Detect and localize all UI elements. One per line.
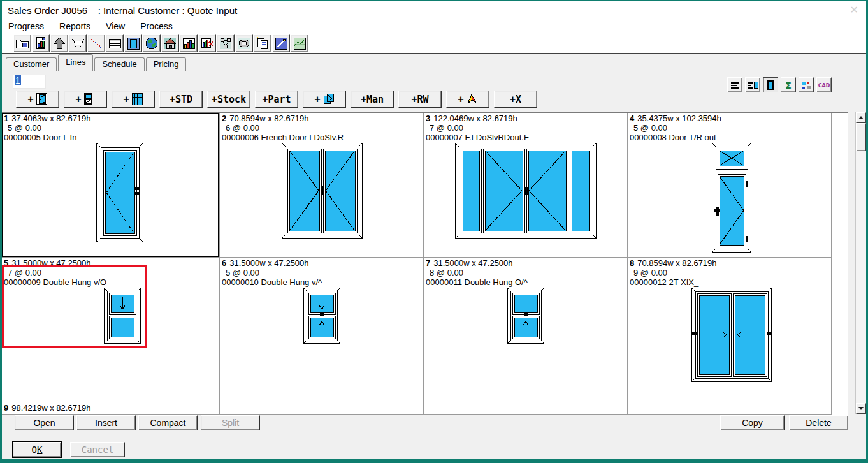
vertical-scrollbar[interactable] bbox=[855, 112, 866, 414]
line-cell-1[interactable]: 137.4063w x 82.6719h5 @ 0.0000000005 Doo… bbox=[2, 113, 220, 258]
empty-cell bbox=[220, 402, 424, 415]
scroll-down-button[interactable] bbox=[856, 403, 866, 414]
quote-input-window: Sales Order J0056 : Internal Customer : … bbox=[2, 1, 866, 459]
tab-lines[interactable]: Lines bbox=[58, 54, 93, 71]
svg-text:Σ: Σ bbox=[785, 80, 792, 91]
open-button[interactable]: Open bbox=[15, 415, 74, 430]
line-description: 00000006 French Door LDoSlv.R bbox=[222, 133, 344, 142]
grid-window-icon bbox=[132, 93, 143, 105]
add-man-button[interactable]: +Man bbox=[351, 91, 394, 108]
add-part-button[interactable]: +Part bbox=[255, 91, 298, 108]
desktop: { "window": { "title": "Sales Order J005… bbox=[0, 0, 868, 463]
close-icon[interactable]: ✕ bbox=[850, 4, 858, 16]
line-cell-6[interactable]: 631.5000w x 47.2500h5 @ 0.0000000010 Dou… bbox=[220, 258, 424, 402]
add-std-button[interactable]: +STD bbox=[159, 91, 203, 108]
tab-pricing[interactable]: Pricing bbox=[146, 57, 187, 71]
menu-item-process[interactable]: Process bbox=[140, 21, 173, 31]
line-number: 4 bbox=[630, 114, 634, 123]
tab-customer[interactable]: Customer bbox=[6, 57, 57, 71]
line-number: 3 bbox=[426, 114, 430, 123]
toolbar-button-report-chart[interactable] bbox=[32, 34, 50, 52]
toolbar-button-house[interactable] bbox=[161, 34, 179, 52]
toolbar-button-window-preview[interactable] bbox=[124, 34, 142, 52]
copy-button[interactable]: Copy bbox=[720, 415, 785, 430]
up-arrow-icon bbox=[858, 116, 864, 119]
toolbar-button-globe[interactable] bbox=[143, 34, 161, 52]
report-chart-icon bbox=[33, 36, 48, 51]
line-dimensions: 70.8594w x 82.6719h bbox=[229, 114, 308, 123]
insert-button[interactable]: Insert bbox=[76, 415, 136, 430]
toolbar-button-chart-edit[interactable] bbox=[198, 34, 216, 52]
add-rw-button[interactable]: +RW bbox=[398, 91, 442, 108]
toolbar-button-glass-chart[interactable] bbox=[291, 34, 308, 52]
menu-item-progress[interactable]: Progress bbox=[8, 21, 44, 31]
menu-item-view[interactable]: View bbox=[106, 21, 125, 31]
view-cad-text-button[interactable]: CAD bbox=[816, 77, 832, 92]
svg-text:CAD: CAD bbox=[818, 83, 830, 89]
toolbar-button-data-table[interactable] bbox=[106, 34, 124, 52]
view-list-with-thumbnail-button[interactable] bbox=[745, 77, 760, 92]
line-dimensions: 98.4219w x 82.6719h bbox=[11, 403, 90, 413]
scroll-up-button[interactable] bbox=[856, 112, 866, 123]
toolbar-button-network[interactable] bbox=[217, 34, 235, 52]
slider-xo-drawing bbox=[691, 288, 772, 382]
toolbar-button-copy-document[interactable] bbox=[254, 34, 271, 52]
label-key: m bbox=[161, 418, 169, 428]
menu-item-reports[interactable]: Reports bbox=[59, 21, 90, 31]
label-post: pen bbox=[40, 418, 55, 428]
line-dimensions: 122.0469w x 82.6719h bbox=[433, 114, 517, 123]
view-sigma-button[interactable]: Σ bbox=[781, 77, 796, 92]
label-post: ete bbox=[819, 418, 831, 428]
door-left-in-drawing bbox=[96, 143, 143, 242]
view-text-list-button[interactable] bbox=[727, 77, 742, 92]
compact-button[interactable]: Compact bbox=[138, 415, 198, 430]
label-pre: De bbox=[806, 418, 817, 428]
ok-button[interactable]: OK bbox=[13, 442, 61, 457]
copy-document-icon bbox=[255, 36, 270, 51]
toolbar-button-optimize-blue[interactable] bbox=[272, 34, 290, 52]
line-description: 00000011 Double Hung O/^ bbox=[426, 277, 528, 287]
line-cell-8[interactable]: 870.8594w x 82.6719h9 @ 0.0000000012 2T … bbox=[628, 258, 832, 402]
add-pointer-arrow-button[interactable]: + bbox=[446, 91, 489, 108]
add-button-label: + bbox=[314, 94, 320, 105]
empty-cell bbox=[628, 402, 832, 415]
line-header: 731.5000w x 47.2500h bbox=[426, 258, 513, 268]
view-thumbnail-button[interactable] bbox=[763, 77, 778, 92]
toolbar-button-export-up[interactable] bbox=[50, 34, 68, 52]
toolbar-button-open-order[interactable] bbox=[13, 34, 31, 52]
add-stock-button[interactable]: +Stock bbox=[207, 91, 250, 108]
house-icon bbox=[163, 36, 178, 51]
tab-schedule[interactable]: Schedule bbox=[94, 57, 144, 71]
line-header: 531.5000w x 47.2500h bbox=[4, 258, 91, 268]
view-optimize-pattern-button[interactable] bbox=[799, 77, 814, 92]
line-cell-9[interactable]: 998.4219w x 82.6719h bbox=[2, 402, 220, 415]
add-double-hung-window-button[interactable]: + bbox=[64, 91, 107, 108]
color-chart-icon bbox=[181, 36, 196, 51]
line-dimensions: 35.4375w x 102.3594h bbox=[637, 114, 721, 123]
line-cell-5[interactable]: 531.5000w x 47.2500h7 @ 0.0000000009 Dou… bbox=[2, 258, 220, 402]
footer-separator bbox=[2, 439, 866, 441]
toolbar-button-color-chart[interactable] bbox=[180, 34, 198, 52]
glass-chart-icon bbox=[292, 36, 307, 51]
line-description: 00000009 Double Hung v/O bbox=[4, 277, 106, 287]
label-post: opy bbox=[748, 418, 763, 428]
add-x-button[interactable]: +X bbox=[494, 91, 537, 108]
line-cell-3[interactable]: 3122.0469w x 82.6719h7 @ 0.0000000007 F.… bbox=[424, 113, 628, 258]
line-quantity-price: 6 @ 0.00 bbox=[226, 123, 259, 133]
pointer-arrow-icon bbox=[467, 93, 478, 105]
french-door-drawing bbox=[282, 143, 363, 239]
add-grid-window-button[interactable]: + bbox=[112, 91, 155, 108]
line-cell-7[interactable]: 731.5000w x 47.2500h8 @ 0.0000000011 Dou… bbox=[424, 258, 628, 402]
add-casement-window-button[interactable]: + bbox=[16, 91, 59, 108]
line-number: 7 bbox=[426, 258, 430, 268]
toolbar-button-shopping-cart[interactable] bbox=[69, 34, 87, 52]
scroll-thumb[interactable] bbox=[856, 123, 866, 151]
toolbar-button-scatter-plot[interactable] bbox=[87, 34, 105, 52]
line-cell-2[interactable]: 270.8594w x 82.6719h6 @ 0.0000000006 Fre… bbox=[220, 113, 424, 258]
line-number-input[interactable]: 1 bbox=[13, 75, 46, 89]
toolbar-button-racetrack[interactable] bbox=[235, 34, 253, 52]
line-cell-4[interactable]: 435.4375w x 102.3594h5 @ 0.0000000008 Do… bbox=[628, 113, 832, 258]
add-copy-pages-button[interactable]: + bbox=[303, 91, 346, 108]
line-dimensions: 37.4063w x 82.6719h bbox=[11, 114, 90, 123]
delete-button[interactable]: Delete bbox=[789, 415, 848, 430]
